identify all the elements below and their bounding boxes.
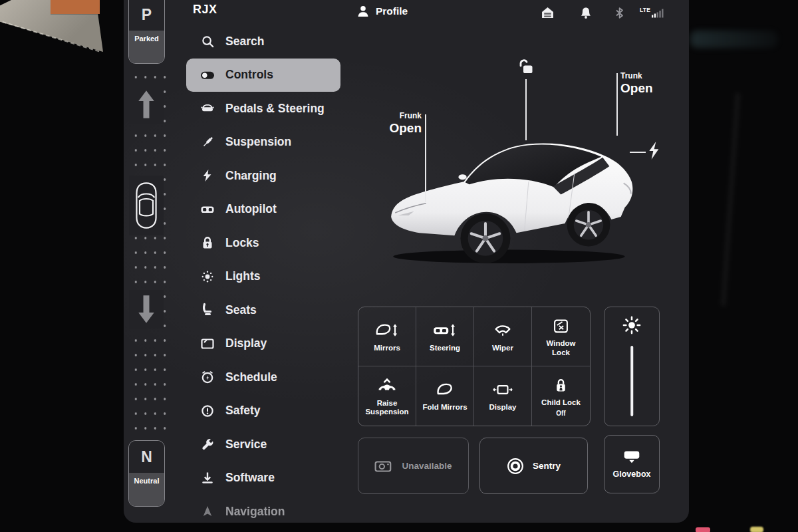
sentry-button[interactable]: Sentry — [479, 438, 588, 494]
lock-callout-line — [525, 79, 527, 140]
window-lock-button[interactable]: Window Lock — [532, 307, 590, 366]
brightness-slider[interactable] — [630, 346, 633, 416]
quick-control-label: Steering — [430, 344, 460, 352]
gear-neutral-button[interactable]: N Neutral — [128, 440, 165, 507]
page-title: RJX — [193, 3, 217, 17]
mirror-adjust-icon — [375, 322, 399, 339]
toggle-icon — [200, 68, 215, 82]
sidebar-item-controls[interactable]: Controls — [186, 59, 340, 92]
lightning-icon — [200, 168, 215, 183]
alarm-clock-icon — [200, 370, 215, 384]
car-image — [384, 117, 640, 269]
glovebox-button[interactable]: Glovebox — [604, 435, 660, 493]
glovebox-button-label: Glovebox — [613, 469, 651, 479]
search-icon — [200, 34, 215, 49]
fold-mirrors-button[interactable]: Fold Mirrors — [416, 366, 474, 426]
nav-arrow-icon — [200, 504, 215, 519]
raise-suspension-icon — [378, 377, 396, 394]
lte-signal-icon — [652, 8, 664, 18]
quick-control-label: Fold Mirrors — [422, 403, 467, 412]
child-lock-state: Off — [556, 410, 565, 417]
camera-icon — [374, 460, 393, 473]
bluetooth-button[interactable] — [614, 7, 625, 22]
notifications-bell-icon — [580, 7, 592, 19]
trunk-status: Open — [620, 81, 667, 96]
quick-control-label: Child Lock — [541, 398, 581, 407]
sentry-button-label: Sentry — [533, 461, 561, 471]
frunk-button[interactable]: Frunk Open — [376, 111, 422, 136]
brightness-sun-icon — [622, 315, 642, 338]
steering-adjust-icon — [433, 322, 457, 339]
seat-icon — [200, 303, 215, 317]
notifications-button[interactable] — [580, 7, 592, 22]
shock-absorber-icon — [200, 135, 215, 150]
gear-neutral-label: Neutral — [129, 473, 164, 506]
sidebar-item-lights[interactable]: Lights — [186, 260, 340, 294]
child-lock-button[interactable]: Child Lock Off — [532, 366, 590, 426]
gear-up-arrow[interactable] — [129, 85, 164, 124]
alert-circle-icon — [200, 404, 215, 418]
bluetooth-icon — [614, 7, 625, 19]
gear-down-arrow[interactable] — [129, 290, 164, 329]
sidebar-item-service[interactable]: Service — [186, 428, 340, 462]
display-move-button[interactable]: Display — [474, 366, 532, 426]
sidebar-menu: Search Controls Pedals & Steering Suspen… — [186, 25, 340, 523]
padlock-icon — [200, 235, 215, 250]
frunk-status: Open — [376, 121, 422, 136]
sidebar-item-label: Controls — [225, 68, 273, 82]
sidebar-item-label: Service — [225, 438, 267, 452]
dashcam-button-label: Unavailable — [402, 461, 452, 471]
profile-button[interactable]: Profile — [356, 5, 408, 18]
sidebar-item-charging[interactable]: Charging — [186, 159, 340, 193]
homelink-icon — [541, 7, 554, 19]
lock-toggle-button[interactable] — [516, 57, 535, 78]
sidebar-item-schedule[interactable]: Schedule — [186, 360, 340, 394]
raise-suspension-button[interactable]: Raise Suspension — [358, 366, 416, 426]
quick-control-label: Display — [489, 403, 517, 412]
dashcam-button[interactable]: Unavailable — [358, 438, 469, 494]
download-icon — [200, 471, 215, 485]
display-move-icon — [492, 381, 513, 398]
sidebar-item-pedals-steering[interactable]: Pedals & Steering — [186, 92, 340, 126]
sidebar-item-label: Display — [225, 336, 267, 350]
profile-person-icon — [356, 5, 370, 18]
sidebar-item-seats[interactable]: Seats — [186, 293, 340, 327]
sidebar-item-label: Software — [225, 471, 275, 485]
unlocked-padlock-icon — [516, 57, 535, 76]
sidebar-item-autopilot[interactable]: Autopilot — [186, 193, 340, 227]
touchscreen: P Parked N Neutral — [124, 0, 689, 523]
quick-control-label: Mirrors — [374, 344, 400, 352]
glass-reflection — [721, 93, 740, 306]
sidebar-item-locks[interactable]: Locks — [186, 226, 340, 260]
sidebar-item-suspension[interactable]: Suspension — [186, 126, 340, 160]
quick-control-label: Wiper — [492, 344, 513, 352]
wiper-button[interactable]: Wiper — [474, 307, 532, 366]
window-lock-icon — [553, 317, 569, 334]
sidebar-item-display[interactable]: Display — [186, 327, 340, 361]
gear-park-button[interactable]: P Parked — [128, 0, 165, 64]
sidebar-item-label: Pedals & Steering — [225, 102, 325, 116]
trunk-button[interactable]: Trunk Open — [620, 71, 667, 96]
gear-car-indicator — [129, 176, 164, 235]
homelink-button[interactable] — [541, 7, 554, 21]
red-reflection — [696, 527, 710, 532]
sidebar-item-safety[interactable]: Safety — [186, 394, 340, 428]
yellow-reflection — [750, 527, 763, 532]
profile-label: Profile — [376, 5, 408, 17]
brightness-panel — [604, 307, 660, 426]
quick-control-label: Raise Suspension — [363, 399, 411, 416]
sidebar-item-navigation[interactable]: Navigation — [186, 495, 340, 523]
sidebar-item-search[interactable]: Search — [186, 25, 340, 59]
mirrors-button[interactable]: Mirrors — [358, 307, 416, 366]
down-arrow-icon — [137, 294, 156, 325]
sidebar-item-software[interactable]: Software — [186, 462, 340, 495]
steering-button[interactable]: Steering — [416, 307, 474, 366]
gear-neutral-letter: N — [129, 441, 164, 473]
sidebar-item-label: Schedule — [225, 370, 277, 384]
sun-rays-icon — [200, 269, 215, 284]
car-front-icon — [200, 101, 215, 116]
charge-port-button[interactable] — [648, 142, 659, 163]
sidebar-item-label: Safety — [225, 404, 261, 418]
chargeport-callout-line — [630, 152, 646, 153]
fold-mirrors-icon — [436, 381, 454, 398]
